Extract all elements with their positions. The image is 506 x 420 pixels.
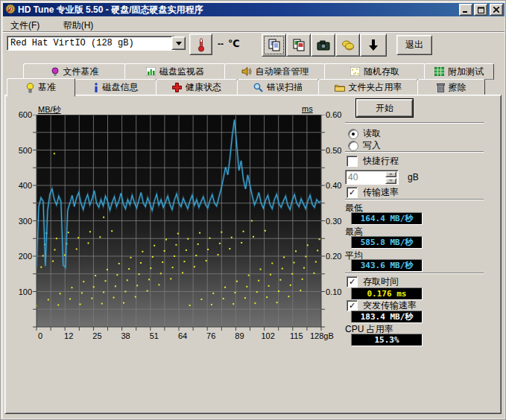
speaker-icon bbox=[241, 67, 252, 76]
y-left-tick-label: 300 bbox=[10, 217, 32, 226]
y-left-tick-label: 400 bbox=[10, 181, 32, 190]
radio-unselected-icon bbox=[348, 141, 358, 151]
y-left-tick-label: 500 bbox=[10, 146, 32, 155]
checkbox-unchecked-icon bbox=[347, 156, 358, 167]
y-right-tick-label: 0.40 bbox=[326, 181, 348, 190]
buy-button[interactable] bbox=[335, 34, 360, 57]
extra-tests-icon bbox=[434, 67, 444, 76]
screenshot-button[interactable] bbox=[311, 34, 335, 57]
window-title: HD Tune 专业版 5.50 - 硬盘/固态硬盘实用程序 bbox=[18, 4, 203, 16]
copy-image-icon bbox=[293, 39, 305, 51]
avg-value-display: 343.6 MB/秒 bbox=[351, 259, 423, 272]
separator-1 bbox=[345, 122, 484, 124]
app-window: HD Tune 专业版 5.50 - 硬盘/固态硬盘实用程序 文件(F) 帮助(… bbox=[0, 0, 506, 420]
copy-image-button[interactable] bbox=[286, 34, 311, 57]
cpu-usage-display: 15.3% bbox=[351, 334, 423, 346]
tab-health[interactable]: 健康状态 bbox=[156, 79, 238, 95]
temperature-unit: ℃ bbox=[228, 38, 240, 49]
x-tick-label: 25 bbox=[82, 331, 112, 340]
y-left-tick-label: 100 bbox=[10, 287, 32, 296]
x-tick-label: 51 bbox=[139, 331, 169, 340]
drive-select-value: Red Hat VirtIO (128 gB) bbox=[10, 38, 134, 48]
x-tick-label: 115 bbox=[282, 331, 311, 340]
title-bar[interactable]: HD Tune 专业版 5.50 - 硬盘/固态硬盘实用程序 bbox=[3, 3, 505, 16]
spinner-up-button[interactable] bbox=[385, 171, 396, 177]
y-left-tick-label: 200 bbox=[10, 252, 32, 261]
benchmark-chart-svg bbox=[33, 115, 326, 332]
maximize-button[interactable] bbox=[474, 4, 487, 16]
x-tick-label: 128gB bbox=[310, 331, 340, 340]
transfer-rate-checkbox[interactable]: ✓ 传输速率 bbox=[347, 186, 399, 199]
access-time-display: 0.176 ms bbox=[351, 287, 423, 300]
y-right-tick-label: 0.60 bbox=[326, 110, 348, 119]
drive-select-dropdown-button[interactable] bbox=[171, 36, 186, 50]
thermometer-icon bbox=[197, 37, 206, 52]
tab-benchmark[interactable]: 基准 bbox=[7, 78, 75, 97]
spinner-up-icon bbox=[389, 173, 393, 175]
camera-icon bbox=[317, 40, 330, 51]
x-tick-label: 89 bbox=[224, 331, 254, 340]
checkbox-checked-icon: ✓ bbox=[347, 276, 358, 287]
access-time-checkbox[interactable]: ✓ 存取时间 bbox=[347, 276, 399, 288]
minimize-icon bbox=[463, 7, 469, 13]
y-right-tick-label: 0.30 bbox=[326, 217, 348, 226]
tab-extra-tests[interactable]: 附加测试 bbox=[424, 63, 494, 80]
x-tick-label: 64 bbox=[168, 331, 197, 340]
menu-separator bbox=[3, 31, 505, 33]
health-cross-icon bbox=[172, 83, 182, 92]
min-value-display: 164.4 MB/秒 bbox=[351, 212, 423, 225]
burst-rate-display: 183.4 MB/秒 bbox=[351, 311, 423, 323]
tab-file-benchmark[interactable]: 文件基准 bbox=[23, 63, 126, 80]
tab-folder-usage[interactable]: 文件夹占用率 bbox=[318, 79, 418, 95]
separator-2 bbox=[345, 151, 484, 153]
short-stroke-checkbox[interactable]: 快捷行程 bbox=[347, 155, 399, 168]
tab-disk-info[interactable]: 磁盘信息 bbox=[75, 79, 156, 95]
tab-error-scan[interactable]: 错误扫描 bbox=[237, 79, 319, 95]
y-right-tick-label: 0.10 bbox=[326, 287, 348, 296]
temperature-button[interactable] bbox=[189, 34, 212, 55]
checkbox-checked-icon: ✓ bbox=[347, 300, 358, 311]
info-icon bbox=[93, 83, 99, 92]
separator-3 bbox=[345, 199, 484, 200]
save-results-button[interactable] bbox=[360, 34, 387, 57]
random-access-icon bbox=[350, 67, 360, 76]
spinner-down-button[interactable] bbox=[385, 178, 396, 184]
write-radio[interactable]: 写入 bbox=[348, 139, 381, 152]
minimize-button[interactable] bbox=[459, 4, 472, 16]
short-stroke-unit: gB bbox=[408, 172, 419, 182]
y-right-tick-label: 0.50 bbox=[326, 146, 348, 155]
y-left-axis-unit: MB/秒 bbox=[38, 104, 61, 115]
spinner-down-icon bbox=[389, 179, 393, 182]
tab-acoustic-management[interactable]: 自动噪音管理 bbox=[224, 63, 326, 80]
x-tick-label: 0 bbox=[25, 331, 55, 340]
tab-disk-monitor[interactable]: 磁盘监视器 bbox=[124, 63, 226, 80]
y-right-axis-unit: ms bbox=[302, 104, 313, 113]
temperature-value: -- bbox=[218, 39, 224, 49]
short-stroke-size-field[interactable] bbox=[345, 170, 399, 185]
checkbox-checked-icon: ✓ bbox=[347, 187, 358, 198]
app-icon bbox=[5, 4, 16, 16]
separator-4 bbox=[345, 273, 484, 274]
bulb-icon bbox=[26, 83, 34, 93]
maximize-icon bbox=[478, 7, 484, 13]
close-button[interactable] bbox=[490, 4, 503, 16]
tab-erase[interactable]: 擦除 bbox=[417, 79, 485, 95]
y-left-tick-label: 600 bbox=[10, 110, 32, 119]
chevron-down-icon bbox=[176, 42, 182, 45]
drive-select[interactable]: Red Hat VirtIO (128 gB) bbox=[7, 36, 175, 51]
download-icon bbox=[368, 39, 379, 52]
copy-text-button[interactable] bbox=[262, 34, 286, 57]
exit-button[interactable]: 退出 bbox=[396, 35, 432, 55]
x-tick-label: 102 bbox=[253, 331, 283, 340]
read-radio[interactable]: 读取 bbox=[348, 127, 381, 140]
start-button[interactable]: 开始 bbox=[356, 99, 413, 117]
close-icon bbox=[493, 7, 499, 13]
short-stroke-size-input[interactable] bbox=[346, 171, 384, 183]
folder-icon bbox=[335, 83, 345, 92]
x-tick-label: 38 bbox=[111, 331, 141, 340]
copy-icon bbox=[268, 39, 280, 51]
x-tick-label: 12 bbox=[54, 331, 83, 340]
tab-random-access[interactable]: 随机存取 bbox=[324, 63, 426, 80]
magnifier-icon bbox=[253, 83, 263, 92]
radio-selected-icon bbox=[348, 129, 358, 139]
